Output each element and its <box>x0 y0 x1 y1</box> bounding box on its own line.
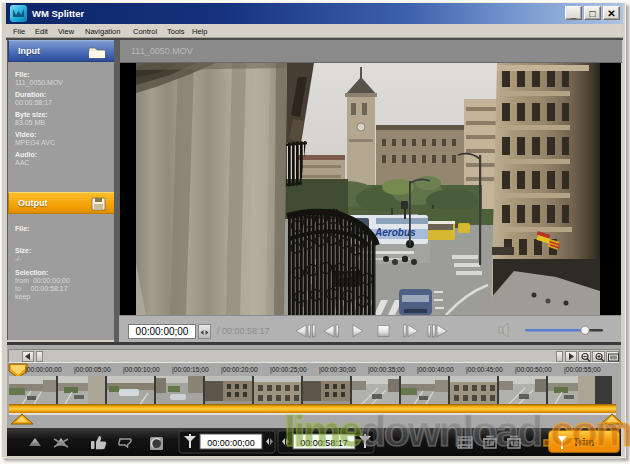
svg-text:00:00:00;00: 00:00:00;00 <box>207 438 255 448</box>
